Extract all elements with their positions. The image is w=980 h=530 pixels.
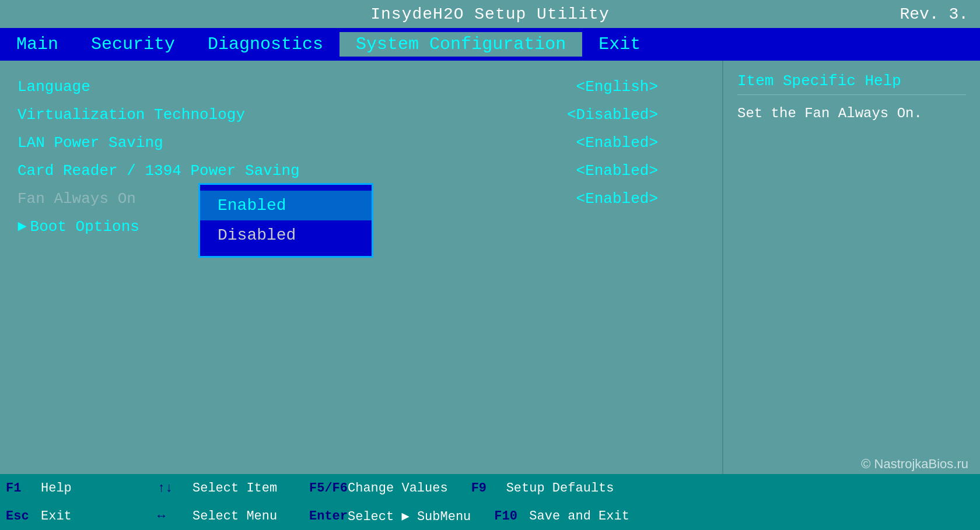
menu-item-exit[interactable]: Exit <box>582 32 657 57</box>
setting-row-3[interactable]: Card Reader / 1394 Power Saving<Enabled> <box>18 162 705 180</box>
setting-value-3: <Enabled> <box>576 162 658 180</box>
setting-label-0: Language <box>18 78 90 96</box>
footer-key-0-1: ↑↓ <box>158 481 192 496</box>
footer-key-0-3: F9 <box>471 481 506 496</box>
boot-options-label: Boot Options <box>30 218 139 236</box>
footer-row-0: F1Help↑↓Select ItemF5/F6Change ValuesF9S… <box>0 474 980 502</box>
menu-item-main[interactable]: Main <box>0 32 75 57</box>
footer-key-0-2: F5/F6 <box>309 481 348 496</box>
menu-bar: MainSecurityDiagnosticsSystem Configurat… <box>0 28 980 61</box>
setting-value-1: <Disabled> <box>567 106 658 124</box>
watermark: © NastrojkaBios.ru <box>861 457 968 472</box>
footer-desc-1-1: Select Menu <box>192 509 286 524</box>
footer-area: F1Help↑↓Select ItemF5/F6Change ValuesF9S… <box>0 474 980 530</box>
dropdown-option-0[interactable]: Enabled <box>200 191 372 220</box>
right-panel: Item Specific Help Set the Fan Always On… <box>723 61 980 474</box>
left-panel: Language<English>Virtualization Technolo… <box>0 61 723 474</box>
setting-value-2: <Enabled> <box>576 134 658 152</box>
footer-key-1-2: Enter <box>309 509 348 524</box>
setting-row-1[interactable]: Virtualization Technology<Disabled> <box>18 106 705 124</box>
app-title: InsydeH2O Setup Utility <box>370 5 609 23</box>
footer-key-1-0: Esc <box>6 509 41 524</box>
arrow-icon: ► <box>18 218 27 236</box>
footer-key-0-0: F1 <box>6 481 41 496</box>
setting-label-3: Card Reader / 1394 Power Saving <box>18 162 300 180</box>
footer-desc-0-2: Change Values <box>348 481 448 496</box>
footer-desc-0-3: Setup Defaults <box>506 481 614 496</box>
setting-label-4: Fan Always On <box>18 190 136 208</box>
footer-desc-1-2: Select ▶ SubMenu <box>348 508 471 524</box>
setting-value-4: <Enabled> <box>576 190 658 208</box>
setting-row-0[interactable]: Language<English> <box>18 78 705 96</box>
menu-item-security[interactable]: Security <box>75 32 191 57</box>
footer-desc-1-0: Exit <box>41 509 134 524</box>
setting-label-2: LAN Power Saving <box>18 134 163 152</box>
setting-value-0: <English> <box>576 78 658 96</box>
footer-key-1-1: ↔ <box>158 509 192 524</box>
bios-layout: InsydeH2O Setup Utility Rev. 3. MainSecu… <box>0 0 980 530</box>
setting-row-2[interactable]: LAN Power Saving<Enabled> <box>18 134 705 152</box>
title-row: InsydeH2O Setup Utility Rev. 3. <box>0 0 980 28</box>
footer-key-1-3: F10 <box>494 509 529 524</box>
rev-label: Rev. 3. <box>900 5 968 23</box>
main-content: Language<English>Virtualization Technolo… <box>0 61 980 474</box>
footer-desc-1-3: Save and Exit <box>529 509 629 524</box>
menu-item-diagnostics[interactable]: Diagnostics <box>191 32 340 57</box>
dropdown-option-1[interactable]: Disabled <box>200 220 372 250</box>
help-title: Item Specific Help <box>737 72 966 95</box>
menu-item-systemconfiguration[interactable]: System Configuration <box>340 32 582 57</box>
setting-label-1: Virtualization Technology <box>18 106 245 124</box>
footer-desc-0-0: Help <box>41 481 134 496</box>
dropdown-popup: EnabledDisabled <box>198 183 373 258</box>
footer-row-1: EscExit↔Select MenuEnterSelect ▶ SubMenu… <box>0 502 980 530</box>
footer-desc-0-1: Select Item <box>192 481 286 496</box>
help-text: Set the Fan Always On. <box>737 103 966 124</box>
